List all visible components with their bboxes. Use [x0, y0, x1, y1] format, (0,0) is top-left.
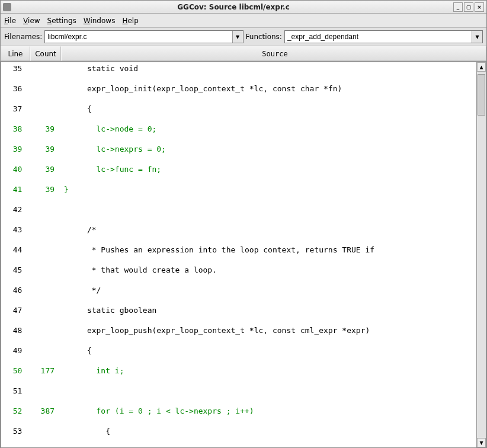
functions-combo[interactable]: ▼	[284, 30, 483, 43]
source-line: 40 39 lc->func = fn;	[4, 164, 476, 174]
filter-row: Filenames: ▼ Functions: ▼	[1, 28, 486, 46]
close-button[interactable]: ×	[475, 2, 484, 12]
source-line: 45 * that would create a loop.	[4, 265, 476, 275]
scroll-thumb[interactable]	[478, 74, 485, 116]
source-line: 53 {	[4, 426, 476, 436]
maximize-button[interactable]: ▢	[464, 2, 473, 12]
source-line: 39 39 lc->nexprs = 0;	[4, 144, 476, 154]
menu-file[interactable]: File	[4, 17, 16, 25]
source-line: 42	[4, 204, 476, 215]
source-line: 46 */	[4, 285, 476, 295]
menu-view[interactable]: View	[23, 17, 40, 25]
functions-label: Functions:	[246, 33, 282, 41]
filenames-label: Filenames:	[4, 33, 42, 41]
source-line: 43 /*	[4, 225, 476, 235]
source-line: 41 39 }	[4, 184, 476, 194]
vertical-scrollbar[interactable]: ▲ ▼	[477, 62, 486, 448]
source-view[interactable]: 35 static void 36 expr_loop_init(expr_lo…	[1, 62, 477, 448]
functions-input[interactable]	[285, 31, 472, 43]
menu-settings[interactable]: Settings	[47, 17, 76, 25]
source-line: 35 static void	[4, 63, 476, 73]
title-bar: GGCov: Source libcml/expr.c _ ▢ ×	[1, 1, 486, 14]
scroll-up-icon[interactable]: ▲	[477, 62, 486, 72]
menu-bar: File View Settings Windows Help	[1, 14, 486, 28]
minimize-button[interactable]: _	[453, 2, 463, 12]
menu-windows[interactable]: Windows	[84, 17, 116, 25]
source-line: 47 static gboolean	[4, 305, 476, 315]
source-scroll-area: 35 static void 36 expr_loop_init(expr_lo…	[1, 62, 486, 448]
column-header-count[interactable]: Count	[30, 46, 61, 61]
menu-help[interactable]: Help	[122, 17, 138, 25]
filenames-dropdown-icon[interactable]: ▼	[232, 31, 243, 43]
window-title: GGCov: Source libcml/expr.c	[15, 3, 452, 11]
source-line: 36 expr_loop_init(expr_loop_context_t *l…	[4, 84, 476, 94]
app-icon	[3, 3, 11, 11]
scroll-down-icon[interactable]: ▼	[477, 438, 486, 447]
source-line: 37 {	[4, 104, 476, 114]
source-line: 49 {	[4, 345, 476, 356]
column-header-line[interactable]: Line	[1, 46, 30, 61]
column-header-source[interactable]: Source	[61, 46, 486, 61]
source-line: 38 39 lc->node = 0;	[4, 124, 476, 134]
scroll-track[interactable]	[477, 72, 486, 438]
functions-dropdown-icon[interactable]: ▼	[472, 31, 482, 43]
filenames-input[interactable]	[45, 31, 232, 43]
source-line: 51	[4, 386, 476, 396]
source-line: 48 expr_loop_push(expr_loop_context_t *l…	[4, 325, 476, 335]
source-line: 44 * Pushes an expression into the loop …	[4, 245, 476, 255]
source-line: 50 177 int i;	[4, 366, 476, 376]
column-headers: Line Count Source	[1, 46, 486, 62]
filenames-combo[interactable]: ▼	[44, 30, 243, 43]
source-line: 52 387 for (i = 0 ; i < lc->nexprs ; i++…	[4, 406, 476, 416]
